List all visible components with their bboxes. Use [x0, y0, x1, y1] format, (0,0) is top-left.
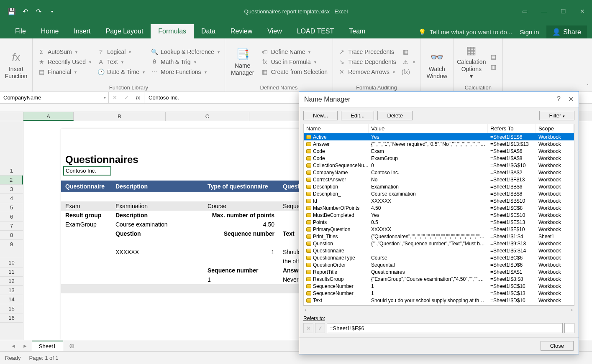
name-row[interactable]: IdXXXXXX=Sheet1!$B$10Workbook — [304, 197, 574, 204]
remove-arrows-button[interactable]: ✕Remove Arrows▾ — [336, 67, 398, 76]
name-row[interactable]: Questionnaire=Sheet1!$5:$14Workbook — [304, 247, 574, 254]
tab-file[interactable]: File — [8, 24, 33, 38]
calc-sheet-button[interactable]: ▥ — [488, 62, 499, 71]
name-row[interactable]: MustBeCompletedYes=Sheet1!$E$10Workbook — [304, 211, 574, 219]
tab-team[interactable]: Team — [341, 24, 373, 38]
row-header[interactable]: 6 — [0, 212, 23, 221]
error-checking-button[interactable]: ⚠▾ — [400, 57, 417, 66]
new-button[interactable]: New... — [303, 111, 338, 120]
row-header[interactable]: 4 — [0, 194, 23, 203]
row-header[interactable]: 10 — [0, 258, 23, 267]
define-name-button[interactable]: 🏷Define Name▾ — [259, 47, 329, 56]
row-header[interactable]: 16 — [0, 313, 23, 323]
name-row[interactable]: SequenceNumber_1=Sheet1!$C$13Workbook — [304, 290, 574, 297]
name-row[interactable]: TextShould you do your school supply sho… — [304, 297, 574, 304]
tab-page-layout[interactable]: Page Layout — [98, 24, 151, 38]
name-row[interactable]: CorrectAnswerNo=Sheet1!$F$13Workbook — [304, 176, 574, 183]
name-row[interactable]: Question{"","Question","Sequence number"… — [304, 240, 574, 247]
close-button[interactable]: Close — [541, 341, 574, 351]
save-icon[interactable]: 💾 — [6, 5, 18, 17]
horizontal-scrollbar[interactable]: ‹› — [303, 305, 574, 313]
tab-home[interactable]: Home — [33, 24, 67, 38]
name-row[interactable]: SequenceNumber1=Sheet1!$C$10Workbook — [304, 283, 574, 290]
name-row[interactable]: ResultsGroup{"ExamGroup","Course examina… — [304, 275, 574, 283]
use-in-formula-button[interactable]: fxUse in Formula▾ — [259, 57, 329, 66]
name-manager-button[interactable]: 📑Name Manager — [228, 40, 257, 84]
refers-to-input[interactable] — [327, 323, 563, 333]
maximize-icon[interactable]: ☐ — [554, 5, 573, 18]
name-row[interactable]: ReportTitleQuestionnaires=Sheet1!$A$1Wor… — [304, 268, 574, 275]
new-sheet-icon[interactable]: ⊕ — [65, 342, 79, 350]
prev-sheet-icon[interactable]: ◄ — [8, 343, 18, 349]
row-header[interactable]: 8 — [0, 231, 23, 240]
refers-cancel-icon[interactable]: ✕ — [303, 323, 313, 333]
sign-in-link[interactable]: Sign in — [520, 28, 539, 36]
name-row[interactable]: ActiveYes=Sheet1!$E$6Workbook — [304, 133, 574, 140]
fx-icon[interactable]: fx — [132, 94, 144, 101]
trace-precedents-button[interactable]: ↗Trace Precedents — [336, 47, 398, 56]
select-all-corner[interactable] — [0, 112, 23, 121]
qat-dropdown-icon[interactable]: ▾ — [46, 5, 58, 17]
name-row[interactable]: PrimaryQuestionXXXXXX=Sheet1!$F$10Workbo… — [304, 226, 574, 233]
calculation-options-button[interactable]: ▦Calculation Options▾ — [457, 40, 486, 84]
evaluate-formula-button[interactable]: (fx) — [400, 67, 417, 76]
show-formulas-button[interactable]: ▦ — [400, 47, 417, 56]
name-row[interactable]: Points0.5=Sheet1!$E$13Workbook — [304, 219, 574, 226]
redo-icon[interactable]: ↷ — [33, 5, 44, 17]
row-header[interactable]: 11 — [0, 267, 23, 277]
watch-window-button[interactable]: 👓Watch Window — [424, 40, 450, 91]
refers-accept-icon[interactable]: ✓ — [315, 323, 325, 333]
logical-button[interactable]: ?Logical▾ — [95, 47, 146, 56]
active-cell[interactable]: Contoso Inc. — [63, 166, 111, 176]
insert-function-button[interactable]: fxInsert Function — [3, 40, 29, 91]
create-from-selection-button[interactable]: ▦Create from Selection — [259, 67, 329, 76]
name-row[interactable]: DescriptionExamination=Sheet1!$B$6Workbo… — [304, 183, 574, 190]
cancel-icon[interactable]: ✕ — [109, 94, 120, 101]
delete-button[interactable]: Delete — [377, 111, 413, 120]
row-header[interactable]: 3 — [0, 185, 23, 194]
tab-formulas[interactable]: Formulas — [151, 24, 194, 38]
help-icon[interactable]: ? — [557, 95, 561, 103]
tab-data[interactable]: Data — [194, 24, 223, 38]
name-row[interactable]: CodeExam=Sheet1!$A$6Workbook — [304, 148, 574, 155]
enter-icon[interactable]: ✓ — [120, 94, 132, 101]
name-row[interactable]: Description_Course examination=Sheet1!$B… — [304, 190, 574, 197]
ribbon-display-icon[interactable]: ▭ — [515, 5, 534, 18]
name-row[interactable]: CompanyNameContoso Inc.=Sheet1!$A$2Workb… — [304, 169, 574, 176]
name-row[interactable]: QuestionOrderSequential=Sheet1!$D$6Workb… — [304, 261, 574, 268]
autosum-button[interactable]: ΣAutoSum▾ — [36, 47, 93, 56]
dialog-titlebar[interactable]: Name Manager ? ✕ — [299, 92, 579, 107]
row-header[interactable]: 7 — [0, 221, 23, 231]
tab-review[interactable]: Review — [223, 24, 260, 38]
name-row[interactable]: QuestionnaireTypeCourse=Sheet1!$C$6Workb… — [304, 254, 574, 261]
undo-icon[interactable]: ↶ — [19, 5, 31, 17]
tell-me-search[interactable]: 💡Tell me what you want to do... — [418, 28, 513, 36]
col-header-a[interactable]: A — [23, 112, 74, 121]
col-header-b[interactable]: B — [74, 112, 166, 121]
tab-insert[interactable]: Insert — [66, 24, 98, 38]
edit-button[interactable]: Edit... — [341, 111, 374, 120]
name-row[interactable]: Answer{"","","1","Never required","0.5",… — [304, 140, 574, 148]
close-icon[interactable]: ✕ — [568, 95, 574, 103]
filter-button[interactable]: Filter ▾ — [539, 111, 574, 120]
lookup-reference-button[interactable]: 🔍Lookup & Reference▾ — [149, 47, 221, 56]
row-header[interactable]: 5 — [0, 203, 23, 212]
names-list[interactable]: Name Value Refers To Scope ActiveYes=She… — [303, 124, 574, 305]
next-sheet-icon[interactable]: ► — [20, 343, 30, 349]
range-picker-icon[interactable] — [564, 323, 574, 333]
more-functions-button[interactable]: ⋯More Functions▾ — [149, 67, 221, 76]
row-header[interactable]: 13 — [0, 286, 23, 295]
tab-view[interactable]: View — [260, 24, 289, 38]
row-header[interactable]: 2 — [0, 176, 23, 185]
row-header[interactable]: 1 — [0, 166, 23, 176]
name-row[interactable]: Text_Never required=Sheet1!$D$13Workbook — [304, 304, 574, 305]
name-row[interactable]: MaxNumberOfPoints4.50=Sheet1!$C$8Workboo… — [304, 204, 574, 211]
recently-used-button[interactable]: ★Recently Used▾ — [36, 57, 93, 66]
name-row[interactable]: CollectionSequenceNu...0=Sheet1!$G$10Wor… — [304, 162, 574, 169]
share-button[interactable]: 👤Share — [546, 25, 587, 38]
name-row[interactable]: Print_Titles{"Questionnaires","","","","… — [304, 233, 574, 240]
sheet-tab[interactable]: Sheet1 — [32, 341, 63, 351]
trace-dependents-button[interactable]: ↘Trace Dependents — [336, 57, 398, 66]
row-header[interactable]: 15 — [0, 304, 23, 313]
math-trig-button[interactable]: θMath & Trig▾ — [149, 57, 221, 66]
